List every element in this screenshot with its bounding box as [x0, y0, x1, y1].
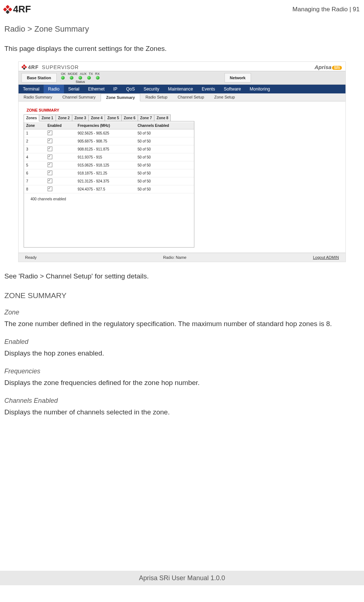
footer-ready: Ready [25, 255, 37, 260]
status-label: Status [76, 80, 85, 84]
zone-tab-zone-7[interactable]: Zone 7 [138, 115, 154, 121]
base-station-box[interactable]: Base Station [21, 73, 57, 83]
main-nav-terminal[interactable]: Terminal [19, 85, 44, 93]
table-row: 3908.8125 - 911.87550 of 50 [24, 145, 194, 153]
table-row: 2905.6875 - 908.7550 of 50 [24, 137, 194, 145]
app-logo-icon [21, 64, 27, 70]
sub-nav-zone-summary[interactable]: Zone Summary [101, 93, 140, 101]
zone-tab-zone-6[interactable]: Zone 6 [121, 115, 138, 121]
sub-nav-radio-summary[interactable]: Radio Summary [19, 93, 57, 101]
main-nav-events[interactable]: Events [197, 85, 219, 93]
table-row: 5915.0625 - 918.12550 of 50 [24, 161, 194, 169]
field-description: The zone number defined in the regulator… [4, 320, 360, 328]
intro-text: This page displays the current settings … [4, 45, 360, 53]
app-logo: 4RF SUPERVISOR [22, 64, 79, 70]
aprisa-brand: AprisaSRi [315, 64, 342, 70]
checkbox-icon[interactable] [48, 154, 52, 159]
header-right: Managing the Radio | 91 [292, 6, 360, 13]
table-row: 7921.3125 - 924.37550 of 50 [24, 177, 194, 185]
panel-title: ZONE SUMMARY [24, 107, 194, 115]
sub-nav: Radio SummaryChannel SummaryZone Summary… [19, 93, 345, 101]
supervisor-label: SUPERVISOR [42, 64, 79, 70]
zone-tab-zone-8[interactable]: Zone 8 [154, 115, 171, 121]
main-nav-ethernet[interactable]: Ethernet [84, 85, 109, 93]
checkbox-icon[interactable] [48, 147, 52, 151]
logo-icon [3, 5, 12, 14]
main-nav-software[interactable]: Software [219, 85, 245, 93]
zone-tab-zone-5[interactable]: Zone 5 [105, 115, 121, 121]
main-nav-qos[interactable]: QoS [122, 85, 139, 93]
main-nav-ip[interactable]: IP [109, 85, 122, 93]
checkbox-icon[interactable] [48, 178, 52, 183]
table-row: 8924.4375 - 927.550 of 50 [24, 185, 194, 193]
field-description: Displays the zone frequencies defined fo… [4, 379, 360, 387]
footer-bar: Aprisa SRi User Manual 1.0.0 [0, 571, 364, 585]
field-description: Displays the number of channels selected… [4, 408, 360, 416]
zone-tab-zone-2[interactable]: Zone 2 [56, 115, 72, 121]
zone-summary-panel: ZONE SUMMARY ZonesZone 1Zone 2Zone 3Zone… [24, 107, 194, 248]
table-row: 4911.9375 - 91550 of 50 [24, 153, 194, 161]
field-description: Displays the hop zones enabled. [4, 349, 360, 357]
checkbox-icon[interactable] [48, 131, 52, 135]
sub-nav-channel-summary[interactable]: Channel Summary [57, 93, 101, 101]
sri-badge: SRi [332, 66, 342, 70]
footer-radio: Radio: Name [163, 255, 186, 260]
logout-link[interactable]: Logout ADMIN [313, 255, 339, 260]
checkbox-icon[interactable] [48, 186, 52, 191]
zone-tab-zone-4[interactable]: Zone 4 [88, 115, 105, 121]
zone-table: ZoneEnabledFrequencies (MHz)Channels Ena… [24, 122, 194, 193]
section-heading: ZONE SUMMARY [4, 291, 360, 300]
main-nav-radio[interactable]: Radio [44, 85, 64, 93]
field-heading: Zone [4, 309, 360, 316]
network-box[interactable]: Network [225, 73, 251, 83]
checkbox-icon[interactable] [48, 139, 52, 143]
zone-tab-zone-3[interactable]: Zone 3 [72, 115, 89, 121]
breadcrumb: Radio > Zone Summary [4, 24, 360, 34]
checkbox-icon[interactable] [48, 170, 52, 175]
logo: 4RF [4, 4, 31, 15]
logo-text: 4RF [13, 4, 31, 15]
app-screenshot: 4RF SUPERVISOR AprisaSRi Base Station OK… [18, 61, 346, 262]
main-nav-maintenance[interactable]: Maintenance [164, 85, 198, 93]
sub-nav-channel-setup[interactable]: Channel Setup [173, 93, 209, 101]
table-row: 1902.5625 - 905.62550 of 50 [24, 129, 194, 137]
field-heading: Enabled [4, 338, 360, 346]
sub-nav-zone-setup[interactable]: Zone Setup [209, 93, 240, 101]
zone-tab-zones[interactable]: Zones [24, 115, 39, 121]
status-leds: OKMODEAUXTXRX Status [61, 72, 100, 84]
table-row: 6918.1875 - 921.2550 of 50 [24, 169, 194, 177]
field-heading: Channels Enabled [4, 397, 360, 405]
total-note: 400 channels enabled [24, 193, 194, 201]
channel-setup-link[interactable]: Radio > Channel Setup [20, 272, 92, 280]
field-heading: Frequencies [4, 368, 360, 375]
zone-tab-zone-1[interactable]: Zone 1 [39, 115, 56, 121]
main-nav-monitoring[interactable]: Monitoring [245, 85, 274, 93]
zone-tabs: ZonesZone 1Zone 2Zone 3Zone 4Zone 5Zone … [24, 115, 194, 121]
main-nav-security[interactable]: Security [139, 85, 163, 93]
main-nav-serial[interactable]: Serial [64, 85, 84, 93]
see-also: See 'Radio > Channel Setup' for setting … [4, 272, 360, 280]
checkbox-icon[interactable] [48, 162, 52, 167]
sub-nav-radio-setup[interactable]: Radio Setup [140, 93, 173, 101]
main-nav: TerminalRadioSerialEthernetIPQoSSecurity… [19, 85, 345, 93]
